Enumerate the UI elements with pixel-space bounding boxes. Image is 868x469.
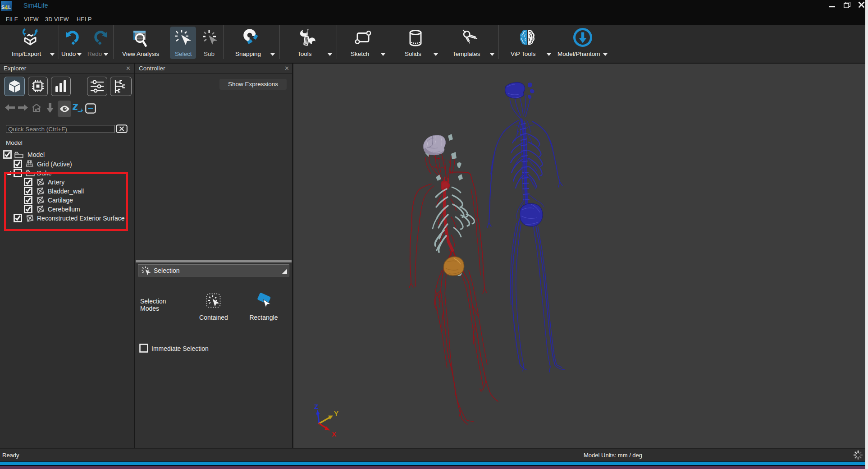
svg-text:L: L (8, 5, 11, 10)
svg-text:4: 4 (5, 4, 8, 11)
svg-text:Z: Z (314, 403, 318, 410)
svg-text:X: X (332, 430, 336, 438)
svg-text:Y: Y (334, 409, 338, 417)
